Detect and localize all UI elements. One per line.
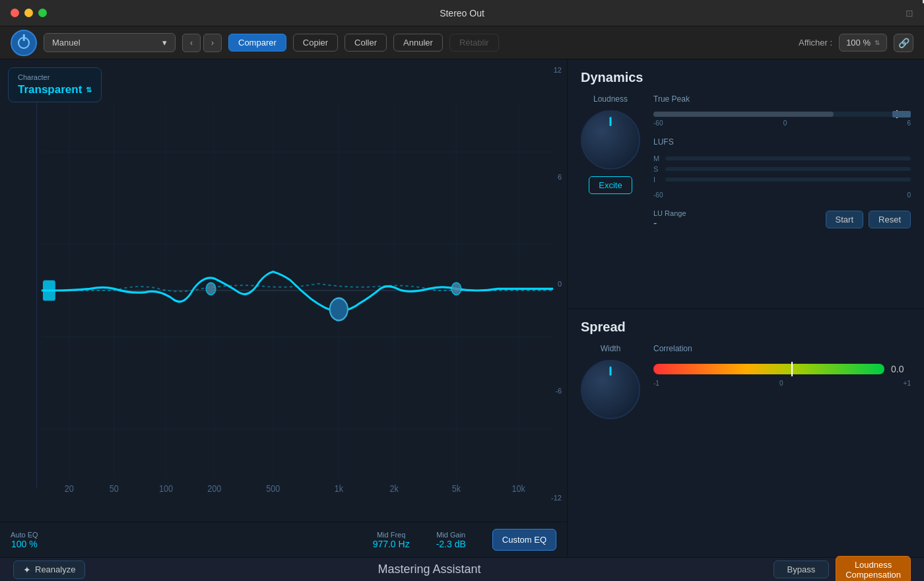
- undo-button[interactable]: Annuler: [393, 34, 443, 51]
- mid-gain-param: Mid Gain -2.3 dB: [436, 531, 466, 549]
- true-peak-track: [653, 112, 911, 117]
- width-knob[interactable]: [581, 360, 640, 419]
- nav-forward-button[interactable]: ›: [203, 34, 222, 52]
- dynamics-title: Dynamics: [581, 70, 911, 85]
- lufs-m-row: M: [653, 154, 911, 162]
- main-content: Character Transparent ⇅ 12 6 0 -6 -12: [0, 59, 924, 557]
- reset-button[interactable]: Reset: [869, 211, 911, 228]
- power-button[interactable]: [11, 30, 37, 56]
- lufs-s-row: S: [653, 165, 911, 173]
- lu-range-value: -: [653, 217, 686, 229]
- minimize-button[interactable]: [24, 9, 33, 17]
- svg-text:200: 200: [207, 482, 221, 494]
- spread-title: Spread: [581, 320, 911, 335]
- lu-range-group: LU Range -: [653, 209, 686, 229]
- loudness-compensation-button[interactable]: LoudnessCompensation: [836, 556, 911, 582]
- correlation-col: Correlation 0.0 -1 0 +1: [653, 344, 911, 419]
- title-bar: Stereo Out ⊡: [0, 0, 924, 26]
- mid-freq-label: Mid Freq: [377, 531, 405, 539]
- true-peak-col: True Peak -60 0 6: [653, 94, 911, 229]
- toolbar: Manuel ▾ ‹ › Comparer Copier Coller Annu…: [0, 26, 924, 59]
- correlation-needle-icon: [791, 362, 793, 376]
- lufs-s-track: [665, 167, 911, 171]
- lufs-min: -60: [653, 191, 663, 199]
- character-label: Character: [18, 73, 92, 81]
- width-knob-indicator-icon: [610, 366, 612, 376]
- mid-freq-param: Mid Freq 977.0 Hz: [373, 531, 410, 549]
- link-icon: 🔗: [898, 38, 909, 48]
- link-button[interactable]: 🔗: [894, 34, 913, 52]
- true-peak-axis: -60 0 6: [653, 120, 911, 127]
- start-button[interactable]: Start: [826, 211, 863, 228]
- traffic-lights: [11, 9, 47, 17]
- custom-eq-button[interactable]: Custom EQ: [492, 529, 556, 551]
- lufs-i-label: I: [653, 176, 661, 184]
- lufs-m-track: [665, 156, 911, 160]
- paste-button[interactable]: Coller: [345, 34, 387, 51]
- correlation-value: 0.0: [891, 364, 911, 374]
- lufs-rows: M S I: [653, 154, 911, 184]
- svg-point-26: [451, 283, 461, 294]
- preset-label: Manuel: [52, 38, 81, 48]
- loudness-knob[interactable]: [581, 110, 640, 170]
- maximize-button[interactable]: [38, 9, 47, 17]
- excite-button[interactable]: Excite: [589, 176, 632, 194]
- character-value: Transparent ⇅: [18, 83, 92, 96]
- reanalyze-icon: ✦: [23, 564, 31, 575]
- svg-text:10k: 10k: [512, 482, 526, 494]
- mid-gain-label: Mid Gain: [436, 531, 465, 539]
- reanalyze-button[interactable]: ✦ Reanalyze: [13, 561, 85, 579]
- knob-indicator-icon: [610, 117, 612, 126]
- lufs-m-label: M: [653, 154, 661, 162]
- character-box[interactable]: Character Transparent ⇅: [8, 67, 102, 102]
- nav-back-button[interactable]: ‹: [182, 34, 201, 52]
- true-peak-label: True Peak: [653, 94, 911, 104]
- dynamics-content: Loudness Excite True Peak: [581, 94, 911, 229]
- width-label: Width: [601, 344, 621, 353]
- close-button[interactable]: [11, 9, 19, 17]
- lufs-i-track: [665, 178, 911, 182]
- spread-section: Spread Width Correlation 0.: [568, 309, 924, 558]
- correlation-max: +1: [904, 380, 911, 387]
- nav-arrows: ‹ ›: [182, 34, 222, 52]
- correlation-min: -1: [653, 380, 659, 387]
- mid-freq-value: 977.0 Hz: [373, 539, 410, 549]
- eq-panel: Character Transparent ⇅ 12 6 0 -6 -12: [0, 59, 568, 557]
- svg-text:1k: 1k: [335, 482, 344, 494]
- redo-button[interactable]: Rétablir: [449, 34, 499, 51]
- svg-point-24: [206, 283, 216, 294]
- lufs-i-row: I: [653, 176, 911, 184]
- character-text: Transparent: [18, 83, 82, 96]
- preset-dropdown[interactable]: Manuel ▾: [44, 33, 176, 52]
- lu-range-row: LU Range - Start Reset: [653, 209, 911, 229]
- svg-text:20: 20: [65, 482, 74, 494]
- copy-button[interactable]: Copier: [293, 34, 338, 51]
- compare-button[interactable]: Comparer: [228, 34, 286, 51]
- eq-params: Mid Freq 977.0 Hz Mid Gain -2.3 dB: [373, 531, 466, 549]
- eq-grid: 12 6 0 -6 -12: [0, 59, 567, 522]
- loudness-col: Loudness Excite: [581, 94, 640, 229]
- zoom-control[interactable]: 100 % ⇅: [839, 34, 887, 51]
- bypass-button[interactable]: Bypass: [774, 561, 830, 578]
- width-col: Width: [581, 344, 640, 419]
- lufs-axis: -60 0: [653, 191, 911, 199]
- loudness-label: Loudness: [593, 94, 628, 104]
- correlation-row: 0.0: [653, 359, 911, 380]
- svg-text:100: 100: [159, 482, 173, 494]
- mid-gain-value: -2.3 dB: [436, 539, 466, 549]
- character-chevron-icon: ⇅: [86, 86, 92, 94]
- action-buttons: Start Reset: [826, 211, 911, 228]
- true-peak-max: 6: [907, 120, 911, 127]
- reanalyze-label: Reanalyze: [35, 564, 75, 574]
- bottom-bar: ✦ Reanalyze Mastering Assistant Bypass L…: [0, 557, 924, 581]
- app-title: Mastering Assistant: [378, 563, 480, 576]
- true-peak-min: -60: [653, 120, 663, 127]
- right-panel: Dynamics Loudness Excite True Peak: [568, 59, 924, 557]
- correlation-label: Correlation: [653, 344, 911, 353]
- lufs-s-label: S: [653, 165, 661, 173]
- svg-text:2k: 2k: [389, 482, 399, 494]
- lufs-label: LUFS: [653, 137, 911, 147]
- svg-text:5k: 5k: [452, 482, 461, 494]
- spread-content: Width Correlation 0.0 -1: [581, 344, 911, 419]
- true-peak-meter: -60 0 6: [653, 112, 911, 127]
